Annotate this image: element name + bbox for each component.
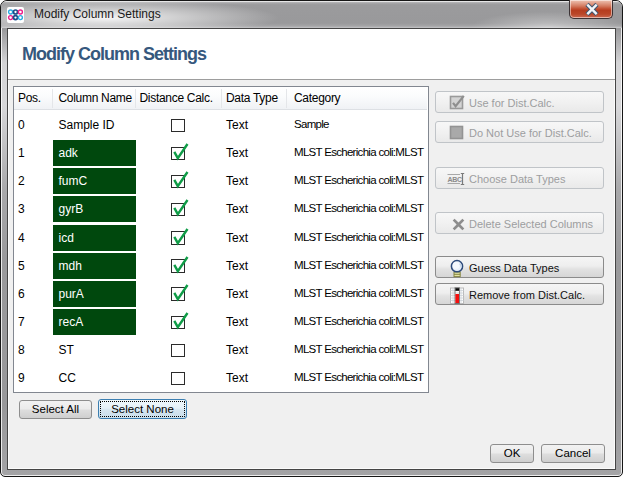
svg-text:ABC: ABC (448, 176, 463, 183)
